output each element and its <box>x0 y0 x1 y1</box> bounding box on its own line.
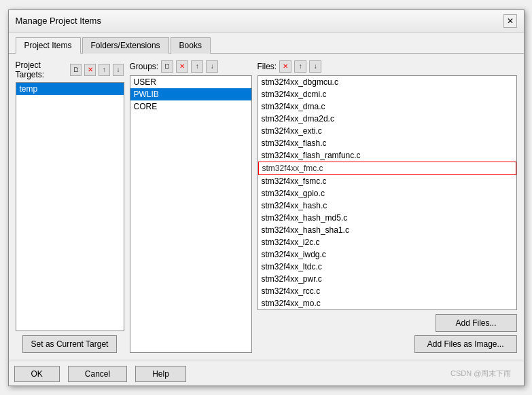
file-item-15[interactable]: stm32f4xx_ltdc.c <box>258 261 516 273</box>
add-files-btn[interactable]: Add Files... <box>436 314 517 332</box>
targets-down-btn[interactable]: ↓ <box>113 64 124 76</box>
file-item-2[interactable]: stm32f4xx_dma.c <box>258 100 516 113</box>
targets-header: Project Targets: 🗋 ✕ ↑ ↓ <box>16 60 124 79</box>
groups-new-btn[interactable]: 🗋 <box>161 60 173 73</box>
file-item-6[interactable]: stm32f4xx_flash_ramfunc.c <box>258 149 516 162</box>
tab-folders-extensions[interactable]: Folders/Extensions <box>82 37 169 54</box>
close-button[interactable]: ✕ <box>503 14 517 28</box>
manage-project-dialog: Manage Project Items ✕ Project Items Fol… <box>8 10 525 386</box>
ok-button[interactable]: OK <box>14 366 60 382</box>
targets-panel: Project Targets: 🗋 ✕ ↑ ↓ temp Set as Cur… <box>16 60 124 353</box>
group-item-pwlib[interactable]: PWLIB <box>130 88 251 100</box>
groups-down-btn[interactable]: ↓ <box>206 60 218 73</box>
targets-label: Project Targets: <box>16 60 68 79</box>
add-files-image-btn[interactable]: Add Files as Image... <box>414 335 517 353</box>
target-item-temp[interactable]: temp <box>16 83 124 95</box>
files-label: Files: <box>258 62 277 71</box>
file-item-7[interactable]: stm32f4xx_fmc.c <box>258 162 516 175</box>
groups-panel: Groups: 🗋 ✕ ↑ ↓ USER PWLIB CORE <box>130 60 252 353</box>
file-item-0[interactable]: stm32f4xx_dbgmcu.c <box>258 76 516 88</box>
file-item-14[interactable]: stm32f4xx_iwdg.c <box>258 248 516 261</box>
panels-row: Project Targets: 🗋 ✕ ↑ ↓ temp Set as Cur… <box>16 60 517 353</box>
dialog-title: Manage Project Items <box>16 16 101 26</box>
targets-delete-btn[interactable]: ✕ <box>84 64 96 76</box>
main-content: Project Targets: 🗋 ✕ ↑ ↓ temp Set as Cur… <box>9 54 524 360</box>
groups-header: Groups: 🗋 ✕ ↑ ↓ <box>130 60 252 73</box>
title-bar: Manage Project Items ✕ <box>9 10 524 33</box>
targets-up-btn[interactable]: ↑ <box>99 64 110 76</box>
groups-label: Groups: <box>130 62 159 71</box>
files-up-btn[interactable]: ↑ <box>294 60 306 73</box>
tab-books[interactable]: Books <box>171 37 211 54</box>
file-item-12[interactable]: stm32f4xx_hash_sha1.c <box>258 224 516 236</box>
file-item-8[interactable]: stm32f4xx_fsmc.c <box>258 175 516 187</box>
files-section: Files: ✕ ↑ ↓ stm32f4xx_dbgmcu.c stm32f4x… <box>258 60 517 353</box>
help-button[interactable]: Help <box>135 366 186 382</box>
file-item-11[interactable]: stm32f4xx_hash_md5.c <box>258 212 516 224</box>
files-delete-btn[interactable]: ✕ <box>279 60 291 73</box>
file-item-13[interactable]: stm32f4xx_i2c.c <box>258 236 516 248</box>
targets-list[interactable]: temp <box>16 82 124 331</box>
cancel-button[interactable]: Cancel <box>68 366 127 382</box>
tabs-container: Project Items Folders/Extensions Books <box>9 33 524 54</box>
file-item-5[interactable]: stm32f4xx_flash.c <box>258 137 516 149</box>
footer: OK Cancel Help CSDN @周末下雨 <box>9 360 524 388</box>
tab-project-items[interactable]: Project Items <box>16 37 81 54</box>
file-item-4[interactable]: stm32f4xx_exti.c <box>258 125 516 137</box>
set-current-target-btn[interactable]: Set as Current Target <box>22 335 118 353</box>
file-item-3[interactable]: stm32f4xx_dma2d.c <box>258 113 516 125</box>
files-header: Files: ✕ ↑ ↓ <box>258 60 517 73</box>
group-item-user[interactable]: USER <box>130 76 251 88</box>
groups-delete-btn[interactable]: ✕ <box>176 60 188 73</box>
file-item-16[interactable]: stm32f4xx_pwr.c <box>258 273 516 285</box>
file-item-17[interactable]: stm32f4xx_rcc.c <box>258 285 516 297</box>
files-list[interactable]: stm32f4xx_dbgmcu.c stm32f4xx_dcmi.c stm3… <box>258 75 517 310</box>
targets-new-btn[interactable]: 🗋 <box>70 64 82 76</box>
files-down-btn[interactable]: ↓ <box>309 60 321 73</box>
group-item-core[interactable]: CORE <box>130 100 251 113</box>
file-item-18[interactable]: stm32f4xx_mo.c <box>258 297 516 309</box>
groups-up-btn[interactable]: ↑ <box>191 60 203 73</box>
groups-list[interactable]: USER PWLIB CORE <box>130 75 252 353</box>
file-item-9[interactable]: stm32f4xx_gpio.c <box>258 187 516 200</box>
file-item-10[interactable]: stm32f4xx_hash.c <box>258 200 516 212</box>
watermark: CSDN @周末下雨 <box>450 369 518 379</box>
file-item-1[interactable]: stm32f4xx_dcmi.c <box>258 88 516 100</box>
